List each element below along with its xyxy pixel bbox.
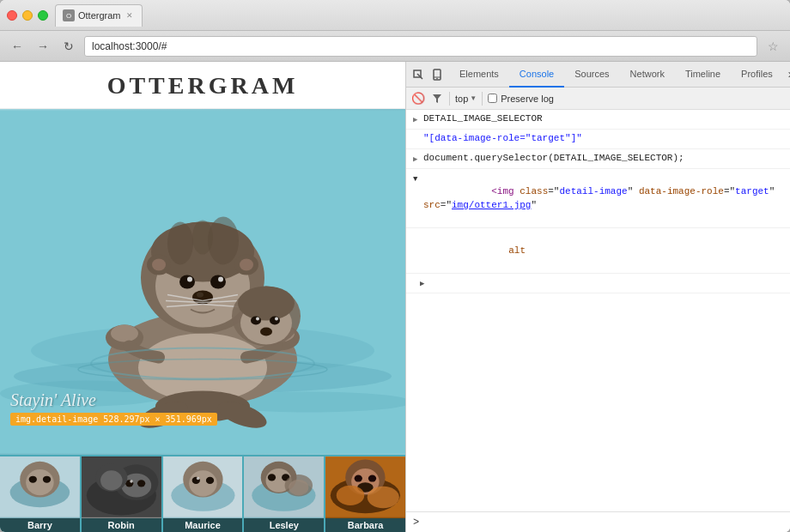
console-line-3: ▶ document.querySelector(DETAIL_IMAGE_SE… xyxy=(406,149,790,169)
console-line-5: ▶ alt xyxy=(406,228,790,274)
svg-marker-91 xyxy=(433,94,441,103)
thumbnail-robin[interactable]: Robin xyxy=(80,456,161,532)
website-panel: OTTERGRAM xyxy=(0,62,405,532)
preserve-log-checkbox[interactable] xyxy=(488,94,497,103)
svg-point-75 xyxy=(289,480,309,496)
console-text-4: <img class="detail-image" data-image-rol… xyxy=(423,171,783,226)
console-input-line: > xyxy=(406,511,790,532)
expand-arrow-2: ▶ xyxy=(413,131,423,147)
svg-point-85 xyxy=(368,487,399,509)
thumb-image-robin xyxy=(82,456,161,518)
tab-title: Ottergram xyxy=(78,10,121,21)
tab-timeline[interactable]: Timeline xyxy=(675,62,731,88)
tab-profiles[interactable]: Profiles xyxy=(731,62,783,88)
thumb-label-barry: Barry xyxy=(0,518,80,532)
attr-src: src xyxy=(423,200,441,210)
thumb-label-lesley: Lesley xyxy=(244,518,324,532)
svg-point-81 xyxy=(355,475,362,482)
clear-console-button[interactable]: 🚫 xyxy=(411,92,425,106)
svg-point-40 xyxy=(238,287,295,321)
close-button[interactable] xyxy=(7,10,17,21)
attr-class-value: detail-image xyxy=(559,186,627,196)
svg-point-67 xyxy=(196,477,198,480)
console-line-2: ▶ "[data-image-role="target"]" xyxy=(406,130,790,149)
minimize-button[interactable] xyxy=(22,10,33,21)
svg-point-12 xyxy=(192,221,213,255)
svg-point-13 xyxy=(179,275,195,289)
svg-line-87 xyxy=(417,74,422,79)
active-tab[interactable]: O Ottergram ✕ xyxy=(55,4,143,27)
tab-sources[interactable]: Sources xyxy=(564,62,619,88)
svg-point-15 xyxy=(187,277,192,282)
attr-role-value: target xyxy=(735,186,769,196)
site-title: OTTERGRAM xyxy=(0,72,405,100)
thumb-image-lesley xyxy=(244,456,324,518)
tab-network[interactable]: Network xyxy=(620,62,675,88)
tab-favicon: O xyxy=(63,9,75,21)
svg-point-42 xyxy=(270,317,280,325)
thumbnail-barbara[interactable]: Barbara xyxy=(324,456,405,532)
expand-arrow-4[interactable]: ▼ xyxy=(413,171,423,186)
svg-point-43 xyxy=(256,317,259,321)
tab-bar: O Ottergram ✕ xyxy=(55,4,783,27)
tag-open: <img xyxy=(491,186,520,196)
console-line-1: ▶ DETAIL_IMAGE_SELECTOR xyxy=(406,110,790,130)
svg-point-30 xyxy=(111,325,138,342)
context-selector[interactable]: top ▼ xyxy=(455,94,477,104)
expand-arrow-3[interactable]: ▶ xyxy=(413,151,423,166)
filter-button[interactable] xyxy=(430,92,444,106)
console-output[interactable]: ▶ DETAIL_IMAGE_SELECTOR ▶ "[data-image-r… xyxy=(406,110,790,511)
svg-point-90 xyxy=(436,77,438,79)
console-text-2: "[data-image-role="target"]" xyxy=(423,131,783,145)
console-text-5: alt xyxy=(441,230,783,271)
expand-arrow-1[interactable]: ▶ xyxy=(413,112,423,127)
expand-arrow-5: ▶ xyxy=(430,230,441,245)
attr-class: class xyxy=(520,186,548,196)
content-area: OTTERGRAM xyxy=(0,62,790,532)
maximize-button[interactable] xyxy=(38,10,48,21)
main-image-container: Stayin' Alive img.detail-image 528.297px… xyxy=(0,109,405,455)
devtools-toolbar: Elements Console Sources Network Timelin… xyxy=(406,62,790,88)
bookmark-icon[interactable]: ☆ xyxy=(763,36,783,57)
svg-point-58 xyxy=(130,480,132,482)
expand-arrow-6[interactable]: ▶ xyxy=(420,275,430,291)
console-input[interactable] xyxy=(422,517,783,528)
src-link[interactable]: img/otter1.jpg xyxy=(452,200,531,210)
tab-close-button[interactable]: ✕ xyxy=(125,10,135,21)
preserve-log-label[interactable]: Preserve log xyxy=(488,94,554,104)
svg-point-45 xyxy=(260,328,272,336)
devtools-panel: Elements Console Sources Network Timelin… xyxy=(405,62,790,532)
more-tabs-icon[interactable]: » xyxy=(783,66,790,83)
address-bar[interactable]: localhost:3000/# xyxy=(84,36,757,57)
device-mode-icon[interactable] xyxy=(428,66,446,83)
thumbnail-strip: Barry xyxy=(0,455,405,532)
attr-alt: alt xyxy=(508,245,526,256)
title-bar: O Ottergram ✕ xyxy=(0,0,790,31)
forward-button[interactable]: → xyxy=(33,36,53,57)
console-text-1: DETAIL_IMAGE_SELECTOR xyxy=(423,112,783,125)
preserve-log-text: Preserve log xyxy=(501,94,554,104)
thumb-image-barbara xyxy=(325,456,405,518)
toolbar-divider xyxy=(449,92,450,106)
traffic-lights xyxy=(7,10,48,21)
reload-button[interactable]: ↻ xyxy=(58,36,79,57)
tab-console[interactable]: Console xyxy=(509,62,564,88)
thumbnail-lesley[interactable]: Lesley xyxy=(242,456,324,532)
svg-point-44 xyxy=(275,317,278,321)
svg-point-16 xyxy=(218,277,223,282)
thumbnail-maurice[interactable]: Maurice xyxy=(161,456,243,532)
svg-point-66 xyxy=(205,477,213,484)
svg-point-60 xyxy=(100,470,123,490)
thumbnail-barry[interactable]: Barry xyxy=(0,456,80,532)
back-button[interactable]: ← xyxy=(7,36,27,57)
svg-point-41 xyxy=(251,317,261,325)
toolbar-divider-2 xyxy=(482,92,483,106)
svg-point-49 xyxy=(26,469,53,495)
console-toolbar: 🚫 top ▼ Preserve log xyxy=(406,88,790,110)
thumb-label-maurice: Maurice xyxy=(163,518,243,532)
svg-point-51 xyxy=(43,476,51,483)
tab-elements[interactable]: Elements xyxy=(449,62,509,88)
thumb-label-robin: Robin xyxy=(82,518,161,532)
inspect-element-icon[interactable] xyxy=(410,66,427,83)
svg-point-10 xyxy=(167,222,193,265)
